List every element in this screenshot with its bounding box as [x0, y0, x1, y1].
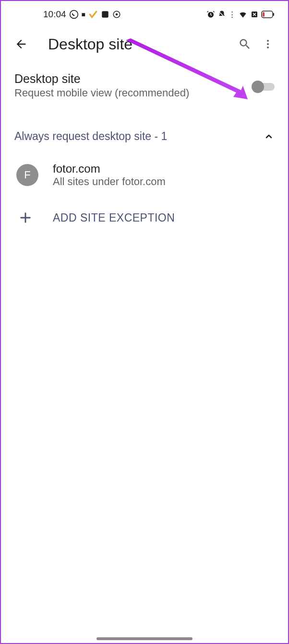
- svg-point-3: [116, 13, 118, 16]
- svg-rect-7: [273, 13, 274, 16]
- svg-point-11: [267, 47, 269, 48]
- toggle-thumb: [252, 81, 264, 93]
- battery-icon: [261, 11, 275, 18]
- more-vert-icon: [262, 38, 274, 50]
- arrow-back-icon: [14, 37, 28, 51]
- nav-bar-indicator[interactable]: [96, 637, 193, 640]
- svg-point-9: [267, 40, 269, 42]
- setting-text: Desktop site Request mobile view (recomm…: [14, 72, 252, 99]
- always-request-section[interactable]: Always request desktop site - 1: [1, 119, 288, 152]
- plus-icon: [16, 211, 35, 224]
- more-button[interactable]: [256, 33, 279, 56]
- add-site-exception-button[interactable]: ADD SITE EXCEPTION: [1, 198, 288, 238]
- add-exception-label: ADD SITE EXCEPTION: [53, 211, 175, 224]
- checkmark-icon: [88, 10, 98, 19]
- app-bar: Desktop site: [1, 25, 288, 63]
- bluetooth-icon: ⋮: [229, 10, 236, 19]
- app-icon-2: [101, 10, 109, 19]
- search-icon: [238, 37, 252, 51]
- setting-title: Desktop site: [14, 72, 252, 86]
- no-sim-icon: [250, 10, 259, 19]
- whatsapp-icon: [69, 10, 79, 19]
- app-icon-1: ■: [82, 11, 85, 18]
- status-time: 10:04: [43, 9, 66, 20]
- app-icon-3: [112, 10, 121, 19]
- svg-rect-8: [263, 12, 265, 17]
- desktop-site-toggle[interactable]: [252, 81, 275, 91]
- status-bar: 10:04 ■ ⋮: [1, 1, 288, 25]
- wifi-icon: [238, 10, 248, 19]
- chevron-up-icon: [263, 131, 275, 142]
- page-title: Desktop site: [48, 35, 233, 53]
- site-initial: F: [24, 169, 30, 181]
- site-exception-item[interactable]: F fotor.com All sites under fotor.com: [1, 152, 288, 198]
- search-button[interactable]: [233, 33, 256, 56]
- alarm-icon: [206, 10, 215, 19]
- desktop-site-setting[interactable]: Desktop site Request mobile view (recomm…: [1, 63, 288, 108]
- status-right: ⋮: [206, 10, 275, 19]
- svg-point-10: [267, 43, 269, 45]
- site-avatar: F: [16, 164, 38, 186]
- svg-point-0: [70, 11, 78, 19]
- mute-icon: [217, 10, 226, 19]
- back-button[interactable]: [10, 33, 33, 56]
- site-info: fotor.com All sites under fotor.com: [53, 162, 275, 188]
- svg-rect-1: [102, 11, 108, 18]
- site-domain: fotor.com: [53, 162, 275, 176]
- status-left: 10:04 ■: [43, 9, 121, 20]
- setting-subtitle: Request mobile view (recommended): [14, 87, 252, 99]
- section-title: Always request desktop site - 1: [14, 130, 167, 143]
- site-description: All sites under fotor.com: [53, 176, 275, 188]
